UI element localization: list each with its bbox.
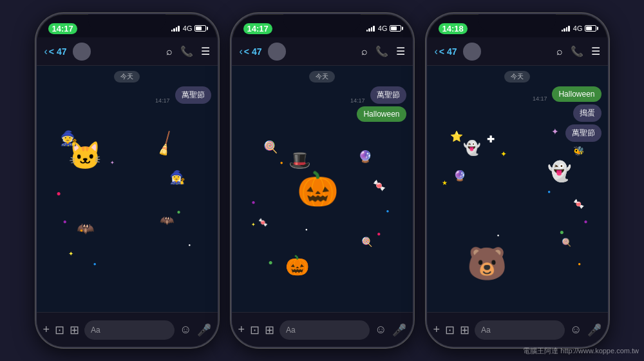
phone-3-dot-5: ● bbox=[497, 233, 500, 237]
phone-2-network: 4G bbox=[378, 24, 388, 32]
phone-2-dot-4: ● bbox=[386, 208, 390, 214]
phone-3-camera-icon[interactable]: ⊡ bbox=[445, 323, 455, 337]
phone-2-back-button[interactable]: ‹ < 47 bbox=[240, 46, 262, 57]
phone-2: 14:17 4G ‹ < 47 ⌕ 📞 ☰ 今天 bbox=[231, 13, 414, 348]
phone-3-mic-icon[interactable]: 🎤 bbox=[587, 323, 601, 337]
phone-1-call-icon[interactable]: 📞 bbox=[180, 45, 193, 57]
phone-2-date-badge: 今天 bbox=[232, 71, 413, 83]
phone-2-avatar bbox=[268, 43, 286, 61]
phone-2-dot-2: ● bbox=[280, 160, 283, 166]
phone-1-camera-icon[interactable]: ⊡ bbox=[55, 323, 64, 337]
phone-2-search-icon[interactable]: ⌕ bbox=[361, 46, 368, 57]
phone-2-candy-1: 🍭 bbox=[263, 140, 278, 154]
phone-3-status-bar: 14:18 4G bbox=[427, 14, 608, 37]
phone-2-candy-2: 🍬 bbox=[373, 179, 386, 191]
phone-3-msg-time: 14:17 bbox=[533, 95, 547, 102]
phone-2-camera-icon[interactable]: ⊡ bbox=[250, 323, 260, 337]
watermark: 電腦王阿達 http://www.koppe.com.tw bbox=[523, 346, 639, 356]
phone-2-chat-count: < 47 bbox=[244, 46, 262, 57]
phone-3-crystal: 🔮 bbox=[453, 170, 466, 182]
phone-3-star-3: ✦ bbox=[551, 126, 559, 137]
phone-2-dot-6: ● bbox=[305, 228, 308, 231]
phone-2-battery bbox=[390, 25, 401, 32]
phone-2-menu-icon[interactable]: ☰ bbox=[396, 45, 405, 57]
phone-3-ghost-2: 👻 bbox=[463, 140, 480, 157]
phone-3-menu-icon[interactable]: ☰ bbox=[591, 45, 600, 57]
phone-3-search-icon[interactable]: ⌕ bbox=[556, 46, 563, 57]
phone-3-back-button[interactable]: ‹ < 47 bbox=[435, 46, 457, 57]
phone-3-time: 14:18 bbox=[439, 23, 468, 34]
phone-1-sticker-area: 🐱 🧙 🧹 🧙‍♀️ 🦇 🦇 ● ● ● ● ● ● ✦ ✦ bbox=[43, 111, 211, 306]
phone-3-dot-2: ● bbox=[578, 261, 581, 267]
phone-1-navbar: ‹ < 47 ⌕ 📞 ☰ bbox=[37, 37, 218, 66]
phone-1-menu-icon[interactable]: ☰ bbox=[201, 45, 210, 57]
phone-3-plus-icon[interactable]: + bbox=[433, 323, 440, 337]
phone-1-battery bbox=[194, 25, 206, 32]
phone-3-star-4: ★ bbox=[442, 179, 448, 186]
phone-2-image-icon[interactable]: ⊞ bbox=[265, 323, 274, 337]
phone-1-star-1: ✦ bbox=[68, 250, 73, 257]
phone-3-star-1: ⭐ bbox=[450, 130, 463, 142]
phone-1-status-bar: 14:17 4G bbox=[37, 14, 218, 37]
phone-2-signal bbox=[366, 25, 375, 32]
phone-3-input-bar: + ⊡ ⊞ Aa ☺ 🎤 bbox=[427, 312, 608, 347]
phone-1-image-icon[interactable]: ⊞ bbox=[70, 323, 79, 337]
phone-2-plus-icon[interactable]: + bbox=[238, 323, 245, 337]
phone-1-date-badge: 今天 bbox=[37, 71, 218, 83]
phone-3-text-input[interactable]: Aa bbox=[475, 320, 565, 340]
phone-2-emoji-icon[interactable]: ☺ bbox=[375, 323, 386, 337]
phone-3-avatar bbox=[463, 43, 481, 61]
phone-1-dot-2: ● bbox=[80, 228, 83, 233]
phone-1-signal bbox=[171, 25, 180, 32]
phone-3-cross: ✚ bbox=[487, 134, 495, 144]
phone-2-date-label: 今天 bbox=[309, 71, 335, 83]
phone-2-text-input[interactable]: Aa bbox=[279, 320, 370, 340]
phone-2-status-bar: 14:17 4G bbox=[232, 14, 413, 37]
phone-1-input-bar: + ⊡ ⊞ Aa ☺ 🎤 bbox=[37, 312, 218, 347]
phone-3-bear: 🐻 bbox=[467, 245, 507, 282]
phone-1-mic-icon[interactable]: 🎤 bbox=[197, 323, 211, 337]
phone-2-time: 14:17 bbox=[243, 23, 272, 34]
phone-2-bubble-1: 萬聖節 bbox=[370, 86, 406, 104]
phone-3-chat-count: < 47 bbox=[439, 46, 457, 57]
phone-3-battery bbox=[585, 25, 596, 32]
watermark-label: 電腦王阿達 bbox=[523, 347, 558, 355]
phone-3-star-2: ✦ bbox=[500, 150, 507, 159]
phone-1-dot-4: ● bbox=[93, 261, 97, 267]
phone-3-network: 4G bbox=[573, 24, 583, 32]
phone-1-back-chevron: ‹ bbox=[44, 46, 48, 57]
phone-1-plus-icon[interactable]: + bbox=[43, 323, 50, 337]
phone-2-call-icon[interactable]: 📞 bbox=[375, 45, 388, 57]
phone-1-dot-1: ● bbox=[63, 218, 67, 225]
phone-3-image-icon[interactable]: ⊞ bbox=[460, 323, 469, 337]
phone-1-emoji-icon[interactable]: ☺ bbox=[180, 323, 191, 337]
phone-2-chat-area: 今天 14:17 萬聖節 Halloween 🎃 🎃 🎩 🍭 🍬 🍭 🍬 🔮 bbox=[232, 66, 413, 312]
phone-2-witch-hat: 🎩 bbox=[289, 150, 311, 171]
phone-3-call-icon[interactable]: 📞 bbox=[571, 45, 583, 57]
phone-2-crystal: 🔮 bbox=[358, 150, 372, 164]
phone-2-status-icons: 4G bbox=[366, 24, 401, 32]
phone-3-back-chevron: ‹ bbox=[435, 46, 438, 57]
phone-1-sticker-broom: 🧹 bbox=[151, 130, 181, 160]
phone-1-dot-3: ● bbox=[176, 208, 180, 215]
phone-1-text-input[interactable]: Aa bbox=[84, 320, 175, 340]
phone-1-sticker-bat: 🦇 bbox=[160, 213, 174, 228]
phone-2-mic-icon[interactable]: 🎤 bbox=[392, 323, 406, 337]
phone-1-sticker-witch2: 🧙‍♀️ bbox=[169, 170, 185, 185]
phone-2-candy-4: 🍬 bbox=[258, 218, 268, 227]
phone-2-dot-5: ● bbox=[377, 230, 381, 237]
phone-3-emoji-icon[interactable]: ☺ bbox=[570, 323, 582, 337]
phone-1: 14:17 4G ‹ < 47 ⌕ 📞 ☰ 今天 bbox=[35, 13, 219, 348]
phone-1-msg-time: 14:17 bbox=[155, 97, 170, 104]
phone-1-network: 4G bbox=[183, 24, 193, 32]
phone-1-search-icon[interactable]: ⌕ bbox=[166, 46, 173, 57]
phone-1-status-icons: 4G bbox=[171, 24, 206, 32]
phone-2-input-placeholder: Aa bbox=[286, 326, 296, 335]
phone-1-back-button[interactable]: ‹ < 47 bbox=[44, 46, 67, 57]
phone-3-status-icons: 4G bbox=[562, 24, 596, 32]
phone-2-nav-icons: ⌕ 📞 ☰ bbox=[361, 45, 405, 57]
phone-1-nav-icons: ⌕ 📞 ☰ bbox=[166, 45, 210, 57]
phone-1-input-placeholder: Aa bbox=[91, 326, 100, 335]
phone-1-time: 14:17 bbox=[48, 23, 77, 34]
phone-3-sticker-area: 🐻 👻 👻 ⭐ ✦ ✦ ★ 🍬 🍭 🔮 ✚ ● ● ● ● ● 🐝 bbox=[433, 111, 601, 306]
